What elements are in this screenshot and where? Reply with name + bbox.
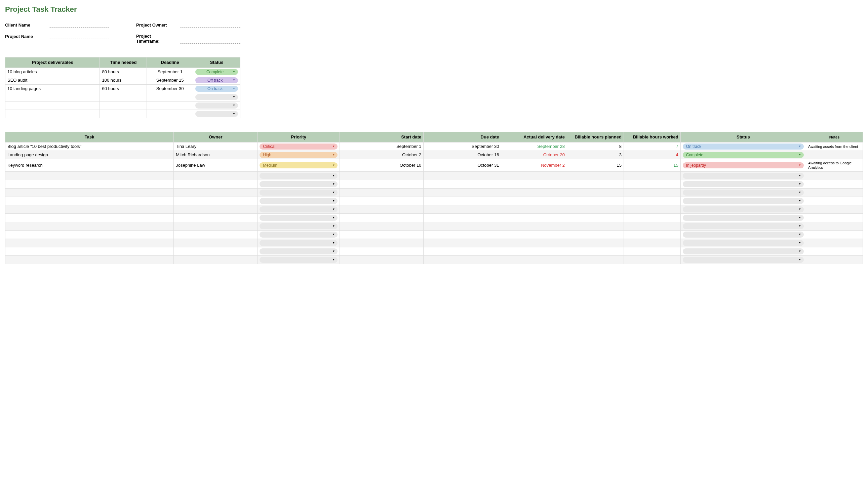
- cell-actual[interactable]: [501, 214, 567, 222]
- cell-worked[interactable]: 4: [624, 151, 680, 159]
- cell-notes[interactable]: Awaiting assets from the client: [806, 142, 863, 151]
- cell-start[interactable]: [340, 231, 424, 239]
- cell-time[interactable]: 100 hours: [100, 76, 147, 85]
- task-status-dropdown[interactable]: ▼: [683, 215, 804, 221]
- cell-planned[interactable]: [567, 239, 624, 247]
- cell-actual[interactable]: [501, 189, 567, 197]
- project-timeframe-input[interactable]: [180, 38, 240, 44]
- status-dropdown[interactable]: Off track ▼: [195, 77, 238, 83]
- cell-planned[interactable]: 15: [567, 159, 624, 172]
- cell-deliverable[interactable]: 10 blog articles: [5, 68, 100, 76]
- cell-worked[interactable]: [624, 180, 680, 189]
- cell-actual[interactable]: [501, 205, 567, 214]
- cell-start[interactable]: [340, 197, 424, 205]
- cell-start[interactable]: [340, 205, 424, 214]
- cell-deadline[interactable]: September 30: [147, 85, 193, 93]
- cell-deadline[interactable]: September 1: [147, 68, 193, 76]
- cell-actual[interactable]: [501, 180, 567, 189]
- task-status-dropdown[interactable]: On track ▼: [683, 143, 804, 150]
- cell-owner[interactable]: [174, 189, 257, 197]
- cell-owner[interactable]: [174, 222, 257, 231]
- cell-deliverable[interactable]: 10 landing pages: [5, 85, 100, 93]
- priority-dropdown[interactable]: Medium ▼: [259, 162, 338, 168]
- priority-dropdown[interactable]: ▼: [259, 215, 338, 221]
- priority-dropdown[interactable]: ▼: [259, 232, 338, 238]
- cell-task[interactable]: [5, 180, 174, 189]
- cell-owner[interactable]: [174, 214, 257, 222]
- cell-planned[interactable]: [567, 214, 624, 222]
- cell-worked[interactable]: 15: [624, 159, 680, 172]
- cell-planned[interactable]: [567, 197, 624, 205]
- cell-due[interactable]: [424, 231, 501, 239]
- cell-notes[interactable]: [806, 197, 863, 205]
- task-status-dropdown[interactable]: ▼: [683, 240, 804, 246]
- cell-planned[interactable]: [567, 189, 624, 197]
- cell-task[interactable]: [5, 197, 174, 205]
- cell-deadline[interactable]: September 15: [147, 76, 193, 85]
- cell-deliverable[interactable]: SEO audit: [5, 76, 100, 85]
- cell-due[interactable]: [424, 239, 501, 247]
- priority-dropdown[interactable]: ▼: [259, 206, 338, 213]
- cell-owner[interactable]: [174, 180, 257, 189]
- cell-worked[interactable]: [624, 239, 680, 247]
- cell-start[interactable]: [340, 214, 424, 222]
- cell-task[interactable]: [5, 214, 174, 222]
- cell-notes[interactable]: [806, 180, 863, 189]
- priority-dropdown[interactable]: ▼: [259, 248, 338, 254]
- priority-dropdown[interactable]: High ▼: [259, 152, 338, 158]
- cell-task[interactable]: [5, 256, 174, 264]
- task-status-dropdown[interactable]: In jeopardy ▼: [683, 162, 804, 168]
- cell-due[interactable]: [424, 189, 501, 197]
- cell-planned[interactable]: 3: [567, 151, 624, 159]
- cell-start[interactable]: [340, 172, 424, 180]
- cell-planned[interactable]: [567, 222, 624, 231]
- cell-start[interactable]: October 2: [340, 151, 424, 159]
- cell-actual[interactable]: [501, 222, 567, 231]
- cell-due[interactable]: October 31: [424, 159, 501, 172]
- cell-actual[interactable]: [501, 247, 567, 256]
- cell-notes[interactable]: [806, 214, 863, 222]
- cell-notes[interactable]: [806, 247, 863, 256]
- cell-due[interactable]: [424, 205, 501, 214]
- status-dropdown[interactable]: Complete ▼: [195, 69, 238, 75]
- cell-deliverable[interactable]: [5, 101, 100, 110]
- cell-worked[interactable]: [624, 205, 680, 214]
- cell-task[interactable]: Keyword research: [5, 159, 174, 172]
- status-dropdown[interactable]: ▼: [195, 102, 238, 108]
- cell-task[interactable]: [5, 239, 174, 247]
- cell-deadline[interactable]: [147, 93, 193, 101]
- status-dropdown[interactable]: ▼: [195, 94, 238, 100]
- cell-start[interactable]: [340, 239, 424, 247]
- status-dropdown[interactable]: ▼: [195, 111, 238, 117]
- cell-worked[interactable]: 7: [624, 142, 680, 151]
- task-status-dropdown[interactable]: ▼: [683, 190, 804, 196]
- cell-due[interactable]: [424, 256, 501, 264]
- status-dropdown[interactable]: On track ▼: [195, 86, 238, 92]
- task-status-dropdown[interactable]: Complete ▼: [683, 152, 804, 158]
- cell-owner[interactable]: [174, 205, 257, 214]
- cell-actual[interactable]: October 20: [501, 151, 567, 159]
- cell-actual[interactable]: [501, 231, 567, 239]
- cell-due[interactable]: [424, 180, 501, 189]
- project-name-input[interactable]: [49, 34, 109, 39]
- cell-worked[interactable]: [624, 189, 680, 197]
- cell-time[interactable]: 60 hours: [100, 85, 147, 93]
- cell-task[interactable]: [5, 189, 174, 197]
- priority-dropdown[interactable]: ▼: [259, 240, 338, 246]
- cell-owner[interactable]: [174, 247, 257, 256]
- cell-start[interactable]: October 10: [340, 159, 424, 172]
- cell-time[interactable]: [100, 101, 147, 110]
- cell-worked[interactable]: [624, 214, 680, 222]
- cell-deliverable[interactable]: [5, 93, 100, 101]
- cell-planned[interactable]: [567, 231, 624, 239]
- cell-actual[interactable]: November 2: [501, 159, 567, 172]
- cell-notes[interactable]: [806, 231, 863, 239]
- cell-due[interactable]: [424, 214, 501, 222]
- cell-due[interactable]: [424, 197, 501, 205]
- cell-time[interactable]: [100, 93, 147, 101]
- cell-deadline[interactable]: [147, 110, 193, 118]
- cell-owner[interactable]: [174, 256, 257, 264]
- cell-planned[interactable]: 8: [567, 142, 624, 151]
- cell-notes[interactable]: [806, 205, 863, 214]
- cell-actual[interactable]: [501, 239, 567, 247]
